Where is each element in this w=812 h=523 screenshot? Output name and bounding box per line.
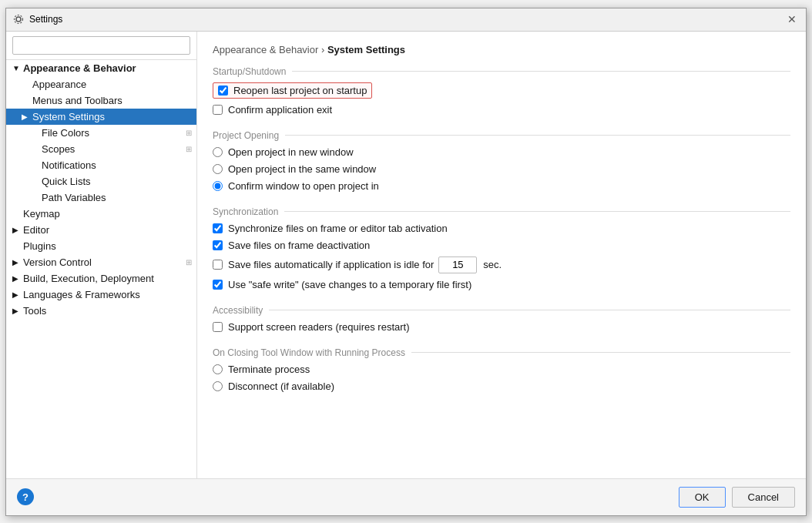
sidebar-item-label: Editor	[23, 224, 192, 236]
confirm-window-radio[interactable]	[213, 181, 223, 191]
save-idle-checkbox[interactable]	[213, 260, 223, 270]
sidebar-item-label: Menus and Toolbars	[32, 95, 192, 106]
same-window-radio[interactable]	[213, 164, 223, 174]
footer-left: ?	[17, 488, 34, 505]
arrow-icon: ▶	[12, 258, 23, 267]
section-label-project-opening: Project Opening	[213, 130, 790, 141]
close-button[interactable]: ✕	[784, 12, 800, 27]
main-panel: Appearance & Behavior › System Settings …	[197, 32, 806, 478]
confirm-exit-checkbox[interactable]	[213, 105, 223, 115]
sidebar-item-keymap[interactable]: Keymap	[6, 206, 196, 222]
confirm-window-label: Confirm window to open project in	[228, 180, 379, 192]
sidebar-item-path-variables[interactable]: Path Variables	[6, 189, 196, 206]
section-label-closing: On Closing Tool Window with Running Proc…	[213, 347, 790, 358]
external-icon: ⊞	[186, 258, 192, 267]
sidebar-item-file-colors[interactable]: File Colors ⊞	[6, 125, 196, 141]
arrow-icon: ▶	[12, 290, 23, 299]
sidebar-item-menus-toolbars[interactable]: Menus and Toolbars	[6, 92, 196, 109]
arrow-icon: ▶	[12, 274, 23, 283]
option-row-terminate: Terminate process	[213, 363, 790, 376]
synchronization-section: Synchronization Synchronize files on fra…	[213, 206, 790, 291]
section-label-sync: Synchronization	[213, 206, 790, 217]
sidebar-item-label: Appearance	[32, 79, 192, 90]
accessibility-section: Accessibility Support screen readers (re…	[213, 305, 790, 334]
sidebar-item-appearance-behavior[interactable]: ▼ Appearance & Behavior	[6, 60, 196, 76]
option-row-confirm-window: Confirm window to open project in	[213, 179, 790, 193]
confirm-exit-label: Confirm application exit	[228, 104, 332, 116]
sidebar-item-label: Plugins	[23, 240, 192, 252]
disconnect-label: Disconnect (if available)	[228, 381, 334, 392]
section-label-startup: Startup/Shutdown	[213, 66, 790, 77]
option-row-save-deactivation: Save files on frame deactivation	[213, 239, 790, 252]
sidebar-item-editor[interactable]: ▶ Editor	[6, 222, 196, 238]
idle-seconds-input[interactable]	[438, 256, 477, 273]
sidebar-item-label: Version Control	[23, 256, 186, 268]
safe-write-label: Use "safe write" (save changes to a temp…	[228, 279, 471, 290]
startup-shutdown-section: Startup/Shutdown Reopen last project on …	[213, 66, 790, 116]
option-row-screen-readers: Support screen readers (requires restart…	[213, 320, 790, 334]
settings-dialog: Settings ✕ ▼ Appearance & Behavior Appea…	[5, 8, 807, 516]
sidebar-item-scopes[interactable]: Scopes ⊞	[6, 141, 196, 157]
reopen-last-checkbox[interactable]	[218, 85, 228, 96]
safe-write-checkbox[interactable]	[213, 280, 223, 290]
terminate-radio[interactable]	[213, 364, 223, 374]
search-box	[6, 32, 196, 60]
seconds-unit: sec.	[483, 259, 502, 270]
option-row-reopen: Reopen last project on startup	[213, 82, 790, 99]
sidebar-item-label: Path Variables	[42, 192, 192, 203]
section-label-text: Startup/Shutdown	[213, 66, 286, 77]
option-row-new-window: Open project in new window	[213, 146, 790, 159]
arrow-icon: ▶	[22, 112, 32, 121]
sidebar-item-label: Notifications	[42, 159, 192, 171]
sidebar-item-label: System Settings	[32, 111, 192, 122]
sidebar-item-notifications[interactable]: Notifications	[6, 157, 196, 173]
section-label-text: Project Opening	[213, 130, 279, 141]
ok-button[interactable]: OK	[679, 487, 726, 508]
save-deactivation-checkbox[interactable]	[213, 240, 223, 250]
sidebar-item-label: Build, Execution, Deployment	[23, 273, 192, 284]
screen-readers-label: Support screen readers (requires restart…	[228, 321, 410, 333]
sidebar-item-label: Appearance & Behavior	[23, 62, 192, 74]
reopen-last-label: Reopen last project on startup	[233, 85, 367, 96]
sidebar-item-tools[interactable]: ▶ Tools	[6, 303, 196, 319]
sidebar-item-plugins[interactable]: Plugins	[6, 238, 196, 254]
sidebar-item-label: Quick Lists	[42, 176, 192, 187]
cancel-button[interactable]: Cancel	[732, 487, 795, 508]
section-label-accessibility: Accessibility	[213, 305, 790, 316]
svg-point-1	[15, 15, 23, 24]
sync-files-checkbox[interactable]	[213, 223, 223, 233]
arrow-icon: ▶	[12, 226, 23, 234]
content-area: ▼ Appearance & Behavior Appearance Menus…	[6, 32, 806, 478]
sidebar-item-build-execution[interactable]: ▶ Build, Execution, Deployment	[6, 270, 196, 287]
closing-tool-window-section: On Closing Tool Window with Running Proc…	[213, 347, 790, 393]
sidebar-item-version-control[interactable]: ▶ Version Control ⊞	[6, 254, 196, 270]
new-window-radio[interactable]	[213, 147, 223, 157]
search-input[interactable]	[12, 36, 190, 55]
arrow-icon: ▼	[12, 64, 23, 72]
arrow-icon: ▶	[12, 307, 23, 315]
sidebar-item-appearance[interactable]: Appearance	[6, 76, 196, 92]
breadcrumb: Appearance & Behavior › System Settings	[213, 44, 790, 55]
sidebar-item-quick-lists[interactable]: Quick Lists	[6, 173, 196, 189]
external-icon: ⊞	[186, 129, 192, 137]
save-idle-label: Save files automatically if application …	[228, 259, 434, 270]
help-button[interactable]: ?	[17, 488, 34, 505]
terminate-label: Terminate process	[228, 364, 310, 375]
project-opening-section: Project Opening Open project in new wind…	[213, 130, 790, 193]
breadcrumb-current: System Settings	[327, 44, 405, 55]
breadcrumb-prefix: Appearance & Behavior	[213, 44, 318, 55]
sync-files-label: Synchronize files on frame or editor tab…	[228, 223, 448, 234]
option-row-sync-files: Synchronize files on frame or editor tab…	[213, 222, 790, 235]
dialog-title: Settings	[29, 14, 784, 25]
option-row-safe-write: Use "safe write" (save changes to a temp…	[213, 278, 790, 291]
section-label-text: Accessibility	[213, 305, 263, 316]
screen-readers-checkbox[interactable]	[213, 322, 223, 332]
new-window-label: Open project in new window	[228, 146, 354, 158]
breadcrumb-sep: ›	[318, 44, 327, 55]
option-row-save-idle: Save files automatically if application …	[213, 256, 790, 274]
sidebar-item-languages-frameworks[interactable]: ▶ Languages & Frameworks	[6, 287, 196, 303]
disconnect-radio[interactable]	[213, 381, 223, 391]
option-row-confirm-exit: Confirm application exit	[213, 103, 790, 116]
same-window-label: Open project in the same window	[228, 163, 376, 175]
sidebar-item-system-settings[interactable]: ▶ System Settings	[6, 109, 196, 125]
